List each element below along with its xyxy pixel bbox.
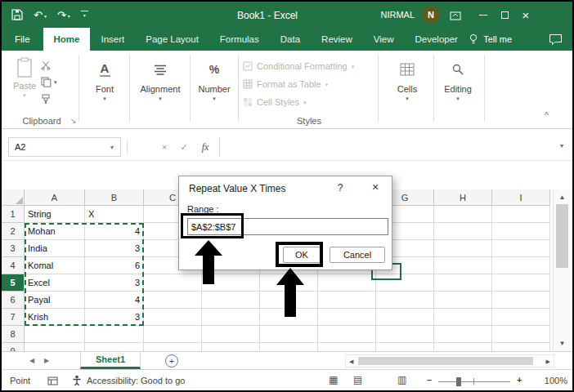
cut-button[interactable] [41, 60, 57, 70]
cell[interactable] [434, 206, 492, 223]
cell-b7[interactable]: 3 [85, 309, 144, 326]
cell[interactable] [318, 309, 376, 326]
horizontal-scrollbar-thumb[interactable] [358, 357, 533, 365]
macro-record-icon[interactable] [47, 376, 58, 385]
cell[interactable] [144, 326, 202, 343]
cell-b6[interactable]: 4 [85, 292, 144, 309]
zoom-level[interactable]: 100% [531, 376, 567, 385]
column-header-a[interactable]: A [25, 189, 85, 206]
formula-input[interactable] [219, 137, 551, 157]
cell[interactable] [318, 343, 376, 351]
cell-b4[interactable]: 6 [85, 257, 144, 274]
dialog-help-button[interactable]: ? [331, 182, 349, 194]
cells-group-button[interactable]: Cells ▾ [384, 57, 430, 101]
normal-view-icon[interactable]: ▦ [329, 374, 338, 385]
collapse-ribbon-icon[interactable]: ^ [545, 111, 549, 120]
redo-button[interactable]: ↷▾ [57, 10, 70, 20]
format-as-table-button[interactable]: Format as Table ▾ [243, 75, 354, 93]
copy-button[interactable]: ▾ [41, 77, 57, 87]
cell[interactable] [434, 309, 492, 326]
cell-a3[interactable]: India [25, 240, 85, 257]
name-box[interactable]: A2 ▾ [8, 137, 121, 157]
alignment-group-button[interactable]: Alignment ▾ [132, 57, 188, 101]
clipboard-dialog-launcher-icon[interactable]: ↘ [70, 117, 77, 125]
enter-entry-icon[interactable]: ✓ [175, 137, 193, 157]
cell-a9[interactable] [25, 343, 85, 351]
cell-b5[interactable]: 3 [85, 274, 144, 292]
row-header-4[interactable]: 4 [2, 257, 25, 274]
cell[interactable] [144, 309, 202, 326]
cell-b8[interactable] [85, 326, 144, 343]
zoom-slider-thumb[interactable] [456, 377, 461, 386]
cell[interactable] [202, 274, 260, 292]
tell-me[interactable]: Tell me [469, 28, 512, 51]
cell-b2[interactable]: 4 [85, 223, 144, 240]
vertical-scrollbar-thumb[interactable] [556, 204, 568, 268]
zoom-out-icon[interactable]: – [427, 375, 432, 385]
cell[interactable] [318, 292, 376, 309]
page-break-view-icon[interactable]: ▥ [397, 374, 406, 385]
cell[interactable] [318, 274, 376, 292]
cell[interactable] [376, 326, 434, 343]
cell[interactable] [202, 343, 260, 351]
cell[interactable] [202, 292, 260, 309]
chevron-down-icon[interactable]: ▾ [68, 14, 70, 20]
cell-b9[interactable] [85, 343, 144, 351]
cell[interactable] [492, 206, 550, 223]
cell[interactable] [492, 223, 550, 240]
tab-developer[interactable]: Developer [405, 28, 469, 51]
cell-a1[interactable]: String [25, 206, 85, 223]
cell[interactable] [376, 309, 434, 326]
cell[interactable] [492, 292, 550, 309]
accessibility-icon[interactable] [72, 375, 82, 386]
cancel-entry-icon[interactable]: × [155, 137, 173, 157]
cell-a5[interactable]: Excel [25, 274, 85, 292]
cell[interactable] [260, 274, 318, 292]
column-header-i[interactable]: I [492, 189, 550, 206]
cell[interactable] [492, 257, 550, 274]
range-input[interactable] [187, 218, 388, 235]
scroll-left-icon[interactable]: ◀ [349, 359, 353, 365]
save-icon[interactable] [11, 9, 23, 20]
row-header-7[interactable]: 7 [2, 309, 25, 326]
cell[interactable] [202, 309, 260, 326]
tab-view[interactable]: View [363, 28, 405, 51]
cell[interactable] [434, 274, 492, 292]
editing-group-button[interactable]: Editing ▾ [436, 57, 480, 101]
cell-a6[interactable]: Payal [25, 292, 85, 309]
chevron-down-icon[interactable]: ▾ [104, 144, 120, 151]
paste-button[interactable]: Paste ▾ [10, 57, 39, 98]
cell[interactable] [376, 292, 434, 309]
cell-b3[interactable]: 3 [85, 240, 144, 257]
vertical-scrollbar[interactable]: ▲ ▼ [553, 189, 571, 351]
tab-home[interactable]: Home [43, 28, 91, 51]
cell[interactable] [434, 257, 492, 274]
number-group-button[interactable]: % Number ▾ [193, 57, 235, 101]
cell[interactable] [202, 326, 260, 343]
scroll-right-icon[interactable]: ▶ [546, 359, 550, 365]
row-header-1[interactable]: 1 [2, 206, 25, 223]
row-header-3[interactable]: 3 [2, 240, 25, 257]
row-header-5[interactable]: 5 [2, 274, 25, 292]
tab-insert[interactable]: Insert [90, 28, 135, 51]
cell[interactable] [492, 343, 550, 351]
cell[interactable] [318, 326, 376, 343]
dialog-title[interactable]: Repeat Value X Times [189, 183, 286, 194]
page-layout-view-icon[interactable]: ▤ [353, 374, 362, 385]
ok-button[interactable]: OK [283, 247, 321, 263]
new-sheet-button[interactable]: + [165, 354, 178, 368]
row-header-2[interactable]: 2 [2, 223, 25, 240]
chevron-down-icon[interactable]: ▾ [44, 14, 47, 20]
cell[interactable] [144, 343, 202, 351]
scroll-up-icon[interactable]: ▲ [554, 194, 571, 201]
row-header-8[interactable]: 8 [2, 326, 25, 343]
conditional-formatting-button[interactable]: Conditional Formatting ▾ [243, 57, 354, 75]
cell[interactable] [376, 343, 434, 351]
accessibility-status[interactable]: Accessibility: Good to go [87, 376, 185, 385]
select-all-corner[interactable] [2, 189, 25, 206]
zoom-in-icon[interactable]: + [517, 375, 522, 385]
cell-a8[interactable] [25, 326, 85, 343]
cell[interactable] [492, 274, 550, 292]
row-header-6[interactable]: 6 [2, 292, 25, 309]
tab-file[interactable]: File [2, 28, 43, 51]
